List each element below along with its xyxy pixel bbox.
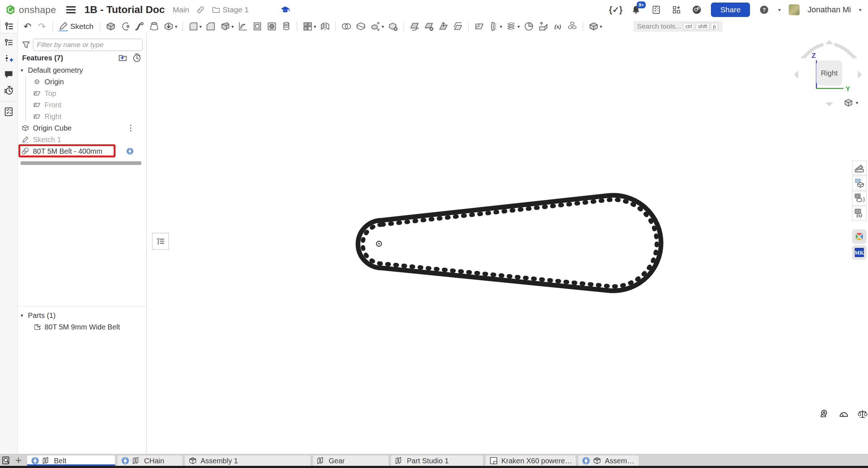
- toolbar-mirror-button[interactable]: [318, 20, 332, 33]
- toolbar-move-face-button[interactable]: [437, 20, 450, 33]
- toolbar-undo-button[interactable]: ↶: [21, 20, 34, 33]
- version-link-icon[interactable]: [194, 4, 207, 16]
- right-app-mk-icon[interactable]: MK: [852, 245, 867, 260]
- document-location[interactable]: Stage 1: [212, 5, 249, 14]
- ai-assistant-icon[interactable]: [691, 4, 703, 16]
- toolbar-surface-button[interactable]: ▾: [487, 20, 504, 33]
- document-title[interactable]: 1B - Tutorial Doc: [84, 4, 165, 16]
- toolbar-loft-button[interactable]: [147, 20, 161, 33]
- toolbar-fillet-button[interactable]: ▾: [186, 20, 203, 33]
- feature-row-front[interactable]: Front: [18, 99, 146, 111]
- toolbar-revolve-button[interactable]: [118, 20, 132, 33]
- toolbar-offset-surface-button[interactable]: [451, 20, 465, 33]
- toolbar-plane-button[interactable]: [472, 20, 486, 33]
- toolbar-primitives-button[interactable]: ▾: [587, 20, 604, 33]
- learning-center-icon[interactable]: [279, 4, 291, 16]
- toolbar-helix-button[interactable]: ▾: [504, 20, 521, 33]
- view-rotate-up-arrow[interactable]: [825, 40, 833, 44]
- toolbar-thread-button[interactable]: [279, 20, 293, 33]
- workspace-name[interactable]: Main: [173, 5, 189, 14]
- main-menu-icon[interactable]: [66, 6, 76, 13]
- toolbar-hole-button[interactable]: [265, 20, 279, 33]
- tab-gear[interactable]: Gear: [312, 455, 389, 466]
- feature-update-icon[interactable]: [126, 147, 134, 155]
- feature-row-sketch-1[interactable]: Sketch 1: [18, 134, 146, 145]
- toolbar-sketch-button[interactable]: Sketch: [56, 20, 96, 33]
- feature-row-top[interactable]: Top: [18, 88, 146, 99]
- add-folder-icon[interactable]: [117, 52, 128, 63]
- parts-header[interactable]: ▾ Parts (1): [18, 310, 146, 321]
- toolbar-variable-button[interactable]: (x): [551, 20, 565, 33]
- tab-assembly-2[interactable]: Assembly 2: [578, 455, 639, 466]
- feature-row-80t-5m-belt-400mm[interactable]: 80T 5M Belt - 400mm: [18, 145, 146, 157]
- belt-part-graphic[interactable]: [147, 33, 868, 454]
- parts-caret-down-icon[interactable]: ▾: [21, 312, 28, 318]
- right-configurations-icon[interactable]: }: [852, 191, 867, 205]
- search-tools-button[interactable]: Search tools... ctrlshiftp: [633, 21, 722, 32]
- toolbar-sheet-metal-button[interactable]: [536, 20, 550, 33]
- share-button[interactable]: Share: [711, 3, 750, 17]
- part-row-80t-5m-9mm-wide-belt[interactable]: 80T 5M 9mm Wide Belt: [18, 321, 146, 333]
- toolbar-redo-button[interactable]: ↷: [35, 20, 49, 33]
- help-icon[interactable]: ?: [758, 4, 770, 16]
- filter-icon[interactable]: [21, 40, 31, 50]
- toolbar-transform-button[interactable]: ▾: [368, 20, 385, 33]
- toolbar-draft-button[interactable]: ▾: [218, 20, 235, 33]
- toolbar-fill-button[interactable]: [522, 20, 536, 33]
- rollback-history-icon[interactable]: [131, 52, 142, 63]
- belt-teeth[interactable]: [363, 200, 657, 286]
- feature-row-default-geometry[interactable]: ▾Default geometry: [18, 64, 146, 76]
- toolbar-custom-feature-button[interactable]: [565, 20, 579, 33]
- toolbar-thicken-button[interactable]: ▾: [162, 20, 179, 33]
- right-bom-table-icon[interactable]: [852, 176, 867, 190]
- origin-marker[interactable]: [376, 241, 382, 246]
- view-options-button[interactable]: ▾: [843, 98, 858, 108]
- rail-comments-icon[interactable]: [2, 68, 15, 81]
- user-name[interactable]: Jonathan Mi: [808, 5, 851, 14]
- tree-caret-down-icon[interactable]: ▾: [21, 67, 28, 73]
- filter-input[interactable]: [33, 39, 143, 51]
- view-rotate-left-arrow[interactable]: [794, 71, 798, 78]
- toolbar-delete-face-button[interactable]: [422, 20, 436, 33]
- tab-kraken-x60-powered-by-[interactable]: Kraken X60 powered by...: [485, 455, 576, 466]
- view-rotate-down-arrow[interactable]: [825, 102, 833, 106]
- toolbar-shell-button[interactable]: [250, 20, 264, 33]
- tasks-checklist-icon[interactable]: [650, 4, 662, 16]
- toolbar-delete-part-button[interactable]: [386, 20, 400, 33]
- toolbar-boolean-button[interactable]: [340, 20, 353, 33]
- feature-row-origin-cube[interactable]: Origin Cube⋮: [18, 122, 146, 134]
- view-rotate-right-arrow[interactable]: [858, 71, 862, 78]
- new-tab-button[interactable]: +: [12, 454, 25, 466]
- protractor-icon[interactable]: [838, 408, 850, 420]
- toolbar-rib-button[interactable]: [236, 20, 250, 33]
- right-app-color-icon[interactable]: [852, 229, 867, 244]
- toolbar-modify-fillet-button[interactable]: [408, 20, 421, 33]
- right-variable-table-icon[interactable]: (x): [852, 206, 867, 221]
- feature-row-right[interactable]: Right: [18, 111, 146, 122]
- toolbar-extrude-button[interactable]: [104, 20, 118, 33]
- tab-assembly-1[interactable]: Assembly 1: [184, 455, 311, 466]
- measure-icon[interactable]: [819, 408, 831, 420]
- right-appearance-panel-icon[interactable]: [852, 161, 867, 175]
- toolbar-linear-pattern-button[interactable]: ▾: [301, 20, 318, 33]
- row-overflow-menu[interactable]: ⋮: [127, 124, 134, 132]
- panel-collapse-tab[interactable]: [152, 233, 169, 250]
- rail-history-icon[interactable]: [2, 84, 15, 97]
- notifications-bell-icon[interactable]: 9+: [630, 4, 642, 16]
- user-chevron-down-icon[interactable]: ▾: [859, 7, 861, 13]
- feature-script-icon[interactable]: {✓}: [610, 4, 622, 16]
- rail-checklist-icon[interactable]: [2, 105, 15, 118]
- rollback-bar[interactable]: [21, 161, 141, 165]
- feature-list-toggle-button[interactable]: [0, 20, 18, 33]
- user-avatar[interactable]: [789, 4, 800, 15]
- onshape-logo[interactable]: onshape: [5, 4, 56, 16]
- mass-properties-icon[interactable]: [856, 408, 868, 420]
- help-chevron-down-icon[interactable]: ▾: [778, 7, 781, 13]
- tab-part-studio-1[interactable]: Part Studio 1: [391, 455, 484, 466]
- rail-insert-feature-icon[interactable]: [2, 52, 15, 65]
- toolbar-split-button[interactable]: [354, 20, 368, 33]
- toolbar-chamfer-button[interactable]: [204, 20, 218, 33]
- tab-search-icon[interactable]: [0, 454, 12, 466]
- feature-row-origin[interactable]: Origin: [18, 76, 146, 88]
- model-canvas[interactable]: Right Z Y ▾: [147, 33, 868, 454]
